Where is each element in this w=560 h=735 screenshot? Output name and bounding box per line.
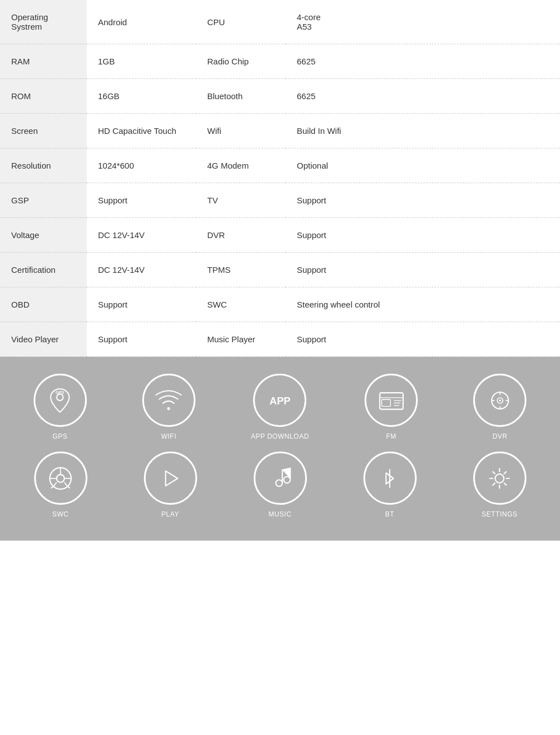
icon-label-play: PLAY <box>161 510 179 518</box>
spec-label-1-1: RAM <box>0 44 87 79</box>
spec-label-5-1: GSP <box>0 183 87 218</box>
svg-point-2 <box>167 407 170 410</box>
spec-value-2-1: 16GB <box>87 79 196 114</box>
spec-label-2-1: ROM <box>0 79 87 114</box>
spec-label-3-1: Screen <box>0 114 87 148</box>
svg-point-12 <box>499 399 501 401</box>
icon-item-wifi: WIFI <box>142 374 195 440</box>
svg-point-23 <box>276 480 283 486</box>
icon-item-gps: GPS GPS <box>34 374 87 440</box>
icon-item-dvr: DVR <box>473 374 526 440</box>
icon-circle-settings <box>473 452 526 505</box>
spec-value-3-1: HD Capacitive Touch <box>87 114 196 148</box>
spec-value-2-2: 6625 <box>286 79 560 114</box>
spec-label-1-2: Radio Chip <box>196 44 286 79</box>
svg-point-18 <box>57 475 64 482</box>
spec-label-7-1: Certification <box>0 253 87 287</box>
spec-label-2-2: Bluetooth <box>196 79 286 114</box>
spec-value-6-2: Support <box>286 218 560 253</box>
spec-value-1-2: 6625 <box>286 44 560 79</box>
icon-label-wifi: WIFI <box>161 432 176 440</box>
spec-value-9-2: Support <box>286 322 560 357</box>
icon-circle-wifi <box>142 374 195 427</box>
spec-value-7-1: DC 12V-14V <box>87 253 196 287</box>
spec-label-8-1: OBD <box>0 287 87 322</box>
spec-value-5-2: Support <box>286 183 560 218</box>
spec-label-9-2: Music Player <box>196 322 286 357</box>
spec-label-5-2: TV <box>196 183 286 218</box>
icon-label-music: MUSIC <box>268 510 291 518</box>
icon-item-music: MUSIC <box>254 452 307 518</box>
svg-rect-6 <box>381 399 390 406</box>
spec-label-4-2: 4G Modem <box>196 148 286 183</box>
specs-table: Operating SystremAndroidCPU4-core A53RAM… <box>0 0 560 357</box>
spec-label-6-1: Voltage <box>0 218 87 253</box>
spec-value-1-1: 1GB <box>87 44 196 79</box>
icons-row-2: SWC PLAY MUSIC BT SETTINGS <box>6 452 554 518</box>
icon-item-fm: FM <box>365 374 418 440</box>
spec-value-5-1: Support <box>87 183 196 218</box>
icon-item-steering: SWC <box>34 452 87 518</box>
spec-value-0-2: 4-core A53 <box>286 0 560 44</box>
icon-item-bluetooth: BT <box>363 452 417 518</box>
spec-label-8-2: SWC <box>196 287 286 322</box>
icon-circle-dvr <box>473 374 526 427</box>
spec-value-8-2: Steering wheel control <box>286 287 560 322</box>
spec-label-7-2: TPMS <box>196 253 286 287</box>
icon-circle-fm <box>365 374 418 427</box>
spec-value-8-1: Support <box>87 287 196 322</box>
spec-value-4-1: 1024*600 <box>87 148 196 183</box>
spec-label-3-2: Wifi <box>196 114 286 148</box>
spec-value-6-1: DC 12V-14V <box>87 218 196 253</box>
icon-label-gps: GPS <box>53 432 68 440</box>
icon-circle-gps: GPS <box>34 374 87 427</box>
icon-circle-music <box>254 452 307 505</box>
icon-label-settings: SETTINGS <box>482 510 517 518</box>
icons-row-1: GPS GPS WIFI APP APP DOWNLOAD FM <box>6 374 554 440</box>
icon-circle-bluetooth <box>363 452 417 505</box>
icons-section: GPS GPS WIFI APP APP DOWNLOAD FM <box>0 357 560 541</box>
svg-text:APP: APP <box>269 394 291 406</box>
spec-label-6-2: DVR <box>196 218 286 253</box>
icon-label-dvr: DVR <box>492 432 507 440</box>
spec-value-0-1: Android <box>87 0 196 44</box>
icon-item-settings: SETTINGS <box>473 452 526 518</box>
svg-rect-4 <box>380 393 403 409</box>
spec-label-9-1: Video Player <box>0 322 87 357</box>
spec-value-9-1: Support <box>87 322 196 357</box>
svg-point-1 <box>57 394 63 401</box>
svg-point-26 <box>495 474 504 483</box>
spec-value-3-2: Build In Wifi <box>286 114 560 148</box>
spec-value-4-2: Optional <box>286 148 560 183</box>
icon-label-app: APP DOWNLOAD <box>251 432 309 440</box>
spec-label-0-1: Operating Systrem <box>0 0 87 44</box>
icon-circle-play <box>144 452 197 505</box>
svg-point-24 <box>284 476 291 483</box>
icon-circle-steering <box>34 452 87 505</box>
icon-label-fm: FM <box>386 432 396 440</box>
spec-value-7-2: Support <box>286 253 560 287</box>
icon-label-bluetooth: BT <box>385 510 394 518</box>
svg-marker-22 <box>166 471 178 486</box>
icon-item-app: APP APP DOWNLOAD <box>251 374 309 440</box>
icon-circle-app: APP <box>253 374 306 427</box>
spec-label-4-1: Resolution <box>0 148 87 183</box>
icon-label-steering: SWC <box>52 510 69 518</box>
icon-item-play: PLAY <box>144 452 197 518</box>
spec-label-0-2: CPU <box>196 0 286 44</box>
